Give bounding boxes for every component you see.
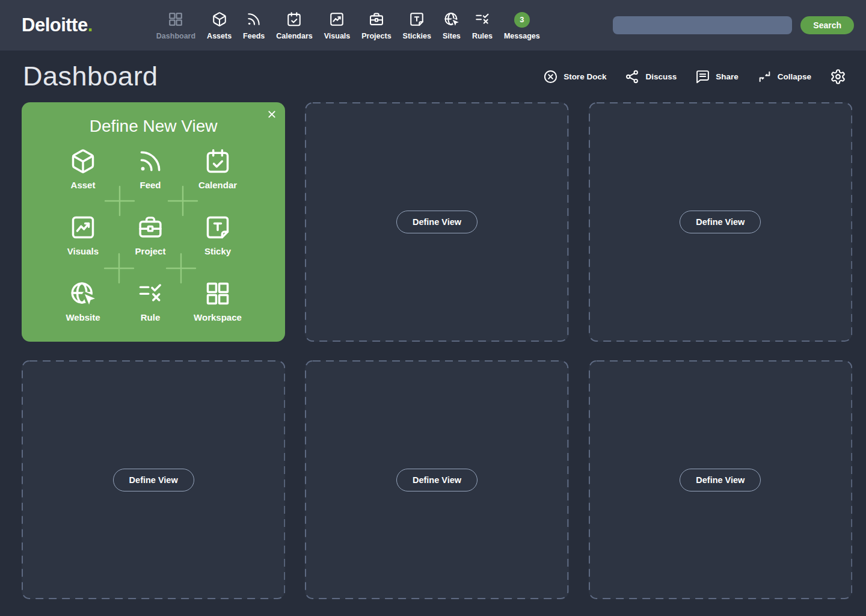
nav-item-stickies[interactable]: Stickies xyxy=(403,11,431,40)
define-view-button[interactable]: Define View xyxy=(113,469,194,491)
nav-item-assets[interactable]: Assets xyxy=(207,11,232,40)
action-share[interactable]: Share xyxy=(695,69,739,84)
rss-icon xyxy=(246,11,262,28)
search-button[interactable]: Search xyxy=(800,16,854,34)
nav-item-dashboard[interactable]: Dashboard xyxy=(156,11,195,40)
globe-pointer-icon xyxy=(70,280,96,307)
plus-icon xyxy=(103,253,135,284)
define-item-label: Sticky xyxy=(204,246,231,256)
nav-item-projects[interactable]: Projects xyxy=(361,11,391,40)
nav-item-label: Feeds xyxy=(243,32,265,40)
chart-trend-icon xyxy=(329,11,345,28)
nav-item-label: Dashboard xyxy=(156,32,195,40)
settings-gear-icon[interactable] xyxy=(830,69,846,85)
page-title-bar: Dashboard Store Dock Discuss Share Colla… xyxy=(0,51,866,102)
plus-icon xyxy=(167,185,198,217)
define-view-button[interactable]: Define View xyxy=(396,469,478,491)
define-item-label: Workspace xyxy=(194,312,242,322)
logo-text: Deloitte xyxy=(22,14,88,35)
define-item-rule[interactable]: Rule xyxy=(117,276,184,342)
calendar-check-icon xyxy=(286,11,302,28)
sticky-note-icon xyxy=(409,11,425,28)
nav-item-label: Messages xyxy=(504,32,540,40)
deloitte-logo: Deloitte. xyxy=(22,14,93,36)
define-item-label: Calendar xyxy=(198,180,237,190)
dashboard-grid: Define New View Asset Feed xyxy=(0,102,866,599)
action-label: Store Dock xyxy=(564,72,606,81)
nav-item-label: Rules xyxy=(472,32,493,40)
top-header: Deloitte. Dashboard Assets Feeds Calenda… xyxy=(0,0,866,51)
chart-trend-icon xyxy=(70,214,96,241)
define-view-button[interactable]: Define View xyxy=(680,469,761,491)
main-nav: Dashboard Assets Feeds Calendars Visuals xyxy=(156,11,540,40)
dashboard-tile-empty-4: Define View xyxy=(305,360,568,599)
dashboard-tile-empty-1: Define View xyxy=(305,102,568,342)
nav-item-label: Sites xyxy=(443,32,461,40)
action-label: Share xyxy=(716,72,739,81)
dashboard-tile-empty-3: Define View xyxy=(22,360,285,599)
page-actions: Store Dock Discuss Share Collapse xyxy=(543,69,846,85)
action-label: Discuss xyxy=(645,72,677,81)
panel-title: Define New View xyxy=(22,117,285,136)
nav-item-visuals[interactable]: Visuals xyxy=(324,11,351,40)
collapse-icon xyxy=(757,69,772,84)
define-item-website[interactable]: Website xyxy=(49,276,117,342)
rss-icon xyxy=(137,148,164,174)
define-new-view-panel: Define New View Asset Feed xyxy=(22,102,285,342)
nav-item-calendars[interactable]: Calendars xyxy=(276,11,312,40)
define-item-grid: Asset Feed Calendar xyxy=(49,143,251,342)
action-store-dock[interactable]: Store Dock xyxy=(543,69,606,84)
plus-icon xyxy=(104,185,135,217)
nav-item-label: Visuals xyxy=(324,32,351,40)
define-item-label: Visuals xyxy=(67,246,99,256)
sticky-note-icon xyxy=(204,214,231,241)
define-view-button[interactable]: Define View xyxy=(396,211,478,233)
nav-item-label: Stickies xyxy=(403,32,431,40)
rule-check-icon xyxy=(137,280,164,307)
x-circle-icon xyxy=(543,69,558,84)
globe-pointer-icon xyxy=(444,11,459,28)
action-label: Collapse xyxy=(778,72,811,81)
define-item-label: Feed xyxy=(140,180,161,190)
search-input[interactable] xyxy=(613,16,792,34)
nav-item-label: Calendars xyxy=(276,32,312,40)
grid-icon xyxy=(204,280,231,307)
box-icon xyxy=(70,148,96,174)
dashboard-tile-empty-5: Define View xyxy=(589,360,852,599)
action-discuss[interactable]: Discuss xyxy=(625,69,677,84)
dashboard-tile-empty-2: Define View xyxy=(589,102,852,342)
define-item-label: Rule xyxy=(141,312,161,322)
briefcase-icon xyxy=(137,214,164,241)
logo-dot: . xyxy=(88,14,93,35)
nav-item-rules[interactable]: Rules xyxy=(472,11,493,40)
nav-item-feeds[interactable]: Feeds xyxy=(243,11,265,40)
box-icon xyxy=(212,11,227,28)
nav-item-label: Assets xyxy=(207,32,232,40)
define-item-label: Project xyxy=(135,246,166,256)
plus-icon xyxy=(165,253,197,284)
nav-item-label: Projects xyxy=(361,32,391,40)
search-area: Search xyxy=(613,16,854,34)
grid-icon xyxy=(168,11,183,28)
action-collapse[interactable]: Collapse xyxy=(757,69,811,84)
messages-count-badge: 3 xyxy=(514,12,530,28)
briefcase-icon xyxy=(369,11,384,28)
nav-item-sites[interactable]: Sites xyxy=(443,11,461,40)
calendar-check-icon xyxy=(204,148,231,174)
page-title: Dashboard xyxy=(23,61,158,92)
define-item-label: Asset xyxy=(71,180,96,190)
define-view-button[interactable]: Define View xyxy=(680,211,761,233)
chat-icon xyxy=(695,69,710,84)
define-item-label: Website xyxy=(66,312,100,322)
nav-item-messages[interactable]: 3 Messages xyxy=(504,12,540,40)
rule-check-icon xyxy=(474,11,490,28)
share-network-icon xyxy=(625,69,640,84)
define-item-workspace[interactable]: Workspace xyxy=(184,276,251,342)
